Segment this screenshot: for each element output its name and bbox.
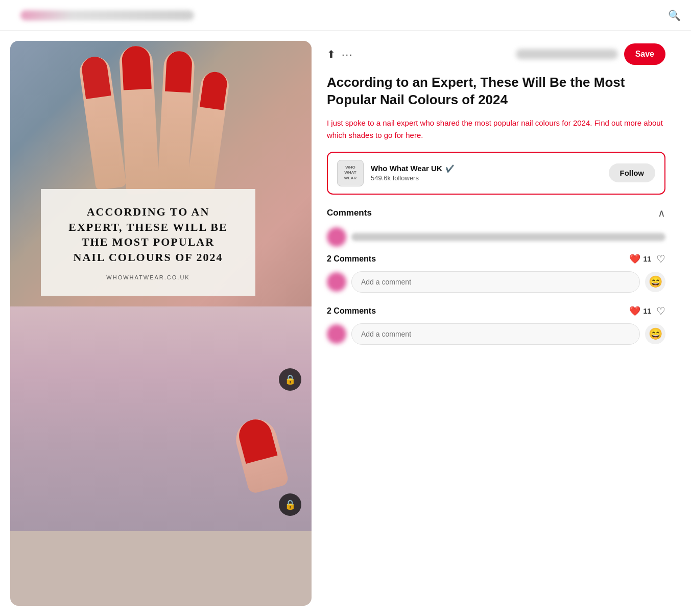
author-name: Who What Wear UK: [371, 164, 442, 173]
comment-input[interactable]: [351, 271, 640, 293]
article-description: I just spoke to a nail expert who shared…: [327, 117, 665, 141]
verified-badge-icon: ✔️: [445, 164, 454, 173]
comment-text-blurred: [351, 233, 665, 241]
comments-count-2: 2 Comments: [327, 306, 624, 316]
heart-outline-icon[interactable]: ♡: [656, 253, 665, 265]
heart-red-icon-2: ❤️: [629, 305, 640, 317]
emoji-button[interactable]: 😄: [645, 272, 665, 292]
pin-image: ACCORDING TO AN EXPERT, THESE WILL BE TH…: [10, 41, 312, 531]
heart-outline-icon-2[interactable]: ♡: [656, 305, 665, 317]
action-row: ⬆ ··· Save: [327, 41, 665, 65]
main-container: ACCORDING TO AN EXPERT, THESE WILL BE TH…: [0, 31, 691, 616]
right-panel: ⬆ ··· Save According to an Expert, These…: [312, 41, 681, 606]
author-avatar: WHO WHAT WEAR: [337, 160, 364, 186]
commenter-avatar: [327, 227, 346, 247]
top-bar: 🔍: [0, 0, 691, 31]
current-user-avatar: [327, 272, 346, 292]
add-comment-row: 😄: [327, 271, 665, 293]
lock-button-2[interactable]: 🔒: [279, 493, 301, 516]
comment-preview: [327, 227, 665, 247]
author-avatar-text: WHO WHAT WEAR: [344, 165, 356, 181]
author-info: Who What Wear UK ✔️ 549.6k followers: [371, 164, 602, 182]
share-icon[interactable]: ⬆: [327, 48, 336, 60]
nail-background-bottom: [10, 306, 312, 531]
thumb-finger: [231, 415, 290, 494]
reaction-count-2: 11: [643, 307, 651, 315]
top-bar-blurred-content: [20, 10, 194, 20]
search-icon[interactable]: 🔍: [668, 9, 681, 21]
reaction-button-2[interactable]: ❤️ 11: [629, 305, 651, 317]
author-card: WHO WHAT WEAR Who What Wear UK ✔️ 549.6k…: [327, 152, 665, 195]
image-text-overlay: ACCORDING TO AN EXPERT, THESE WILL BE TH…: [41, 189, 255, 296]
comments-header: Comments ∧: [327, 207, 665, 219]
current-user-avatar-2: [327, 324, 346, 344]
emoji-button-2[interactable]: 😄: [645, 324, 665, 344]
add-comment-row-2: 😄: [327, 323, 665, 345]
overlay-title: ACCORDING TO AN EXPERT, THESE WILL BE TH…: [59, 204, 237, 265]
finger-2: [118, 45, 159, 195]
finger-1: [78, 55, 127, 191]
reaction-button[interactable]: ❤️ 11: [629, 253, 651, 265]
follow-button[interactable]: Follow: [609, 163, 656, 182]
author-name-row: Who What Wear UK ✔️: [371, 164, 602, 173]
blurred-user-name: [516, 49, 618, 59]
save-button[interactable]: Save: [624, 43, 665, 65]
image-panel: ACCORDING TO AN EXPERT, THESE WILL BE TH…: [10, 41, 312, 606]
author-followers: 549.6k followers: [371, 174, 602, 182]
overlay-site: WHOWHATWEAR.CO.UK: [59, 274, 237, 280]
comment-input-2[interactable]: [351, 323, 640, 345]
comments-section-label: Comments: [327, 208, 372, 218]
heart-red-icon: ❤️: [629, 253, 640, 265]
lock-button-1[interactable]: 🔒: [279, 368, 301, 391]
more-options-icon[interactable]: ···: [342, 49, 353, 60]
comments-count-row: 2 Comments ❤️ 11 ♡: [327, 253, 665, 265]
comments-count: 2 Comments: [327, 254, 624, 264]
reaction-count: 11: [643, 255, 651, 263]
comments-count-row-2: 2 Comments ❤️ 11 ♡: [327, 305, 665, 317]
comments-chevron-icon[interactable]: ∧: [658, 207, 665, 219]
article-title: According to an Expert, These Will Be th…: [327, 74, 665, 109]
